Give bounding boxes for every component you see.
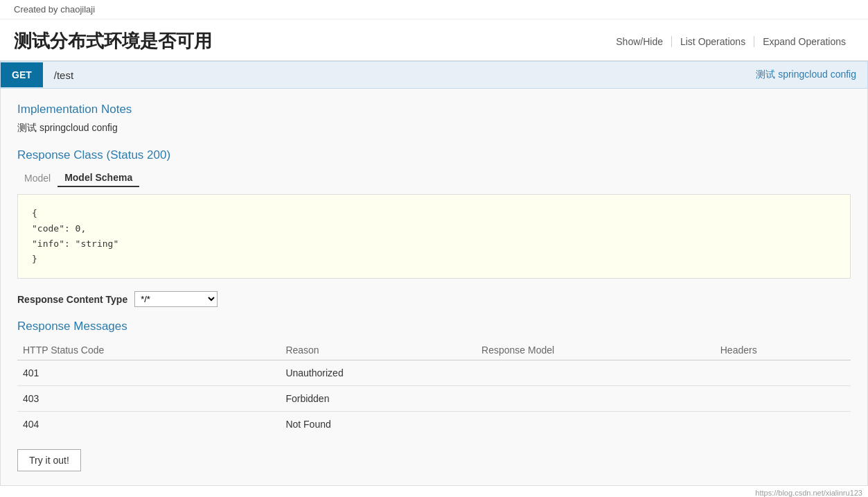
status-code-401: 401 xyxy=(17,360,280,386)
col-headers: Headers xyxy=(715,340,851,360)
expand-operations-action[interactable]: Expand Operations xyxy=(754,36,854,47)
schema-line3: "info": "string" xyxy=(32,236,836,252)
schema-line2: "code": 0, xyxy=(32,221,836,236)
header-actions: Show/Hide List Operations Expand Operati… xyxy=(608,36,854,47)
table-row: 403 Forbidden xyxy=(17,386,851,412)
implementation-notes-text: 测试 springcloud config xyxy=(17,122,851,134)
response-class-title: Response Class (Status 200) xyxy=(17,148,851,162)
response-content-type-label: Response Content Type xyxy=(17,294,127,305)
response-class-section: Response Class (Status 200) Model Model … xyxy=(17,148,851,279)
reason-401: Unauthorized xyxy=(280,360,476,386)
schema-box: { "code": 0, "info": "string" } xyxy=(17,194,851,279)
endpoint-description: 测试 springcloud config xyxy=(745,62,867,88)
reason-403: Forbidden xyxy=(280,386,476,412)
status-code-403: 403 xyxy=(17,386,280,412)
col-response-model: Response Model xyxy=(476,340,715,360)
content-type-select[interactable]: */* application/json text/plain xyxy=(134,291,218,307)
status-code-404: 404 xyxy=(17,412,280,437)
api-title: 测试分布式环境是否可用 xyxy=(14,29,212,53)
api-header: 测试分布式环境是否可用 Show/Hide List Operations Ex… xyxy=(0,19,868,61)
model-tabs: Model Model Schema xyxy=(17,169,851,187)
footer-note: https://blog.csdn.net/xialinru123 xyxy=(0,486,868,497)
headers-404 xyxy=(715,412,851,437)
try-it-out-button[interactable]: Try it out! xyxy=(17,449,81,471)
endpoint-left: GET /test xyxy=(1,62,85,88)
response-messages-section: Response Messages HTTP Status Code Reaso… xyxy=(17,320,851,437)
footer-text: https://blog.csdn.net/xialinru123 xyxy=(755,489,862,497)
messages-table: HTTP Status Code Reason Response Model H… xyxy=(17,340,851,437)
method-badge[interactable]: GET xyxy=(1,62,43,87)
table-header-row: HTTP Status Code Reason Response Model H… xyxy=(17,340,851,360)
model-404 xyxy=(476,412,715,437)
headers-403 xyxy=(715,386,851,412)
content-area: Implementation Notes 测试 springcloud conf… xyxy=(0,89,868,486)
tab-model[interactable]: Model xyxy=(17,170,57,186)
endpoint-path: /test xyxy=(43,62,85,88)
list-operations-action[interactable]: List Operations xyxy=(671,36,754,47)
show-hide-action[interactable]: Show/Hide xyxy=(608,36,671,47)
implementation-notes-title: Implementation Notes xyxy=(17,103,851,116)
col-status-code: HTTP Status Code xyxy=(17,340,280,360)
reason-404: Not Found xyxy=(280,412,476,437)
tab-model-schema[interactable]: Model Schema xyxy=(57,169,139,187)
endpoint-bar: GET /test 测试 springcloud config xyxy=(0,61,868,89)
table-row: 401 Unauthorized xyxy=(17,360,851,386)
model-401 xyxy=(476,360,715,386)
headers-401 xyxy=(715,360,851,386)
top-bar: Created by chaojilaji xyxy=(0,0,868,19)
implementation-notes-section: Implementation Notes 测试 springcloud conf… xyxy=(17,103,851,134)
table-row: 404 Not Found xyxy=(17,412,851,437)
response-content-type-row: Response Content Type */* application/js… xyxy=(17,291,851,307)
created-by-text: Created by chaojilaji xyxy=(14,4,95,15)
col-reason: Reason xyxy=(280,340,476,360)
schema-line4: } xyxy=(32,252,836,267)
response-messages-title: Response Messages xyxy=(17,320,851,333)
schema-line1: { xyxy=(32,206,836,221)
model-403 xyxy=(476,386,715,412)
